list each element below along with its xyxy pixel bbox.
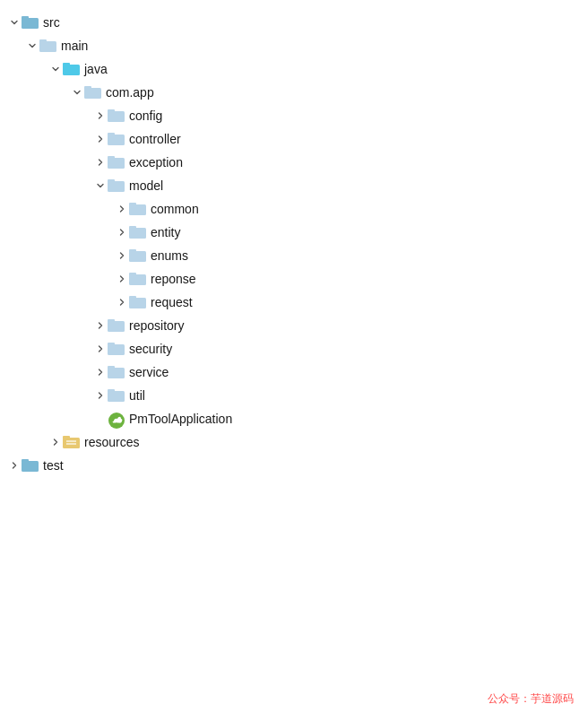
svg-rect-31: [108, 366, 115, 369]
item-label-repository: repository: [129, 318, 184, 333]
folder-icon-enums: [129, 248, 147, 263]
chevron-main[interactable]: [25, 39, 39, 53]
folder-icon-exception: [108, 155, 125, 169]
item-label-java: java: [84, 62, 108, 76]
svg-rect-7: [84, 86, 91, 90]
chevron-exception[interactable]: [93, 155, 108, 169]
folder-icon-reponse: [129, 272, 147, 286]
folder-icon-util: [108, 388, 125, 403]
chevron-com.app[interactable]: [70, 85, 84, 100]
chevron-resources[interactable]: [48, 435, 63, 449]
chevron-src[interactable]: [7, 15, 22, 30]
folder-icon-repository: [108, 318, 125, 333]
svg-rect-19: [129, 226, 136, 230]
folder-icon-security: [108, 342, 125, 356]
tree-item-security[interactable]: security: [0, 337, 588, 360]
item-label-PmToolApplication: PmToolApplication: [129, 412, 232, 426]
tree-item-exception[interactable]: exception: [0, 151, 588, 174]
folder-icon-controller: [108, 132, 125, 146]
tree-item-com.app[interactable]: com.app: [0, 81, 588, 104]
folder-icon-service: [108, 365, 125, 379]
chevron-common[interactable]: [115, 202, 129, 216]
tree-item-java[interactable]: java: [0, 57, 588, 81]
svg-rect-23: [129, 273, 136, 276]
folder-icon-resources: [63, 435, 81, 449]
item-label-util: util: [129, 388, 145, 403]
tree-item-config[interactable]: config: [0, 104, 588, 127]
tree-item-enums[interactable]: enums: [0, 244, 588, 267]
chevron-model[interactable]: [93, 178, 108, 193]
tree-item-test[interactable]: test: [0, 454, 588, 477]
svg-rect-33: [108, 389, 115, 393]
svg-rect-15: [108, 179, 115, 183]
chevron-request[interactable]: [115, 295, 129, 309]
tree-item-resources[interactable]: resources: [0, 430, 588, 454]
item-label-enums: enums: [151, 248, 188, 263]
tree-item-util[interactable]: util: [0, 384, 588, 407]
item-label-com.app: com.app: [106, 85, 154, 100]
svg-rect-29: [108, 343, 115, 346]
svg-rect-36: [63, 436, 70, 439]
chevron-security[interactable]: [93, 342, 108, 356]
item-label-config: config: [129, 109, 162, 123]
svg-rect-1: [22, 16, 29, 20]
svg-rect-9: [108, 109, 115, 113]
tree-item-service[interactable]: service: [0, 360, 588, 384]
tree-item-repository[interactable]: repository: [0, 314, 588, 337]
item-label-test: test: [43, 458, 64, 473]
chevron-reponse[interactable]: [115, 272, 129, 286]
tree-item-src[interactable]: src: [0, 11, 588, 34]
svg-rect-11: [108, 133, 115, 136]
folder-icon-PmToolApplication: [108, 412, 125, 426]
chevron-util[interactable]: [93, 388, 108, 403]
item-label-model: model: [129, 178, 163, 193]
item-label-security: security: [129, 342, 172, 356]
svg-rect-13: [108, 156, 115, 160]
watermark: 公众号：芋道源码: [488, 691, 574, 707]
item-label-service: service: [129, 365, 169, 379]
tree-item-common[interactable]: common: [0, 197, 588, 221]
svg-rect-21: [129, 249, 136, 253]
chevron-config[interactable]: [93, 109, 108, 123]
chevron-test[interactable]: [7, 458, 22, 473]
item-label-main: main: [61, 39, 88, 53]
tree-item-reponse[interactable]: reponse: [0, 267, 588, 291]
item-label-common: common: [151, 202, 199, 216]
item-label-entity: entity: [151, 225, 180, 239]
chevron-repository[interactable]: [93, 318, 108, 333]
folder-icon-test: [22, 458, 39, 473]
svg-rect-17: [129, 203, 136, 206]
svg-rect-5: [63, 63, 70, 66]
tree-item-request[interactable]: request: [0, 291, 588, 314]
chevron-entity[interactable]: [115, 225, 129, 239]
svg-rect-3: [39, 39, 47, 43]
item-label-src: src: [43, 15, 60, 30]
folder-icon-common: [129, 202, 147, 216]
chevron-controller[interactable]: [93, 132, 108, 146]
folder-icon-entity: [129, 225, 147, 239]
folder-icon-main: [39, 39, 57, 53]
chevron-enums[interactable]: [115, 248, 129, 263]
chevron-java[interactable]: [48, 62, 63, 76]
item-label-exception: exception: [129, 155, 183, 169]
folder-icon-java: [63, 62, 81, 76]
tree-item-entity[interactable]: entity: [0, 221, 588, 244]
tree-item-model[interactable]: model: [0, 174, 588, 197]
folder-icon-config: [108, 109, 125, 123]
item-label-controller: controller: [129, 132, 181, 146]
chevron-PmToolApplication[interactable]: [93, 412, 108, 426]
chevron-service[interactable]: [93, 365, 108, 379]
svg-rect-40: [22, 459, 29, 463]
tree-item-main[interactable]: main: [0, 34, 588, 57]
tree-item-PmToolApplication[interactable]: PmToolApplication: [0, 407, 588, 430]
svg-rect-27: [108, 319, 115, 323]
tree-item-controller[interactable]: controller: [0, 127, 588, 151]
folder-icon-com.app: [84, 85, 102, 100]
item-label-request: request: [151, 295, 193, 309]
file-tree: src main java com.app config controller …: [0, 11, 588, 477]
item-label-resources: resources: [84, 435, 139, 449]
folder-icon-request: [129, 295, 147, 309]
folder-icon-src: [22, 15, 39, 30]
folder-icon-model: [108, 178, 125, 193]
svg-rect-25: [129, 296, 136, 300]
